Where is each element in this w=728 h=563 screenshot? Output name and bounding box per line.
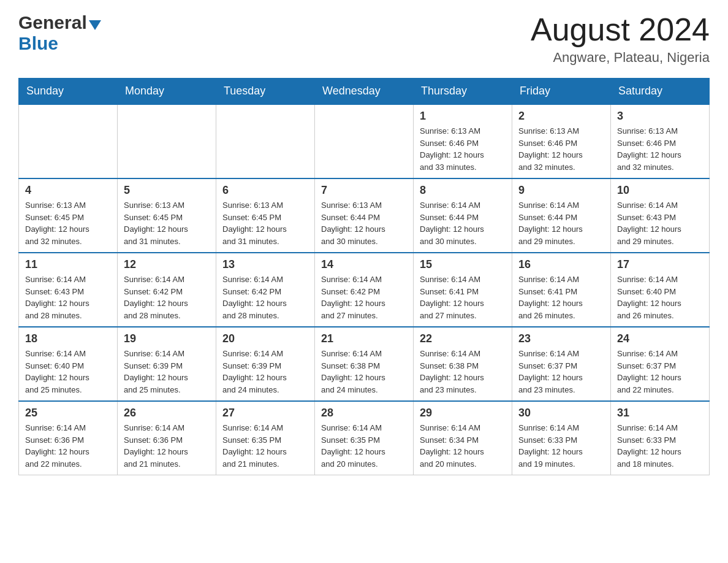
calendar-cell: 26Sunrise: 6:14 AMSunset: 6:36 PMDayligh… [118,401,216,475]
day-number: 6 [222,184,308,197]
day-info: Sunrise: 6:14 AMSunset: 6:34 PMDaylight:… [420,422,506,470]
calendar-day-header: Saturday [611,79,710,105]
day-info: Sunrise: 6:14 AMSunset: 6:41 PMDaylight:… [518,274,604,321]
day-info: Sunrise: 6:14 AMSunset: 6:33 PMDaylight:… [518,422,604,470]
day-info: Sunrise: 6:14 AMSunset: 6:36 PMDaylight:… [124,422,210,470]
day-number: 14 [321,258,407,271]
calendar-cell: 31Sunrise: 6:14 AMSunset: 6:33 PMDayligh… [611,401,710,475]
page-header: General Blue August 2024 Angware, Platea… [18,12,710,66]
day-number: 29 [420,407,506,419]
calendar-cell: 12Sunrise: 6:14 AMSunset: 6:42 PMDayligh… [118,253,216,327]
day-number: 7 [321,184,407,197]
location-text: Angware, Plateau, Nigeria [531,50,710,66]
day-info: Sunrise: 6:14 AMSunset: 6:44 PMDaylight:… [518,199,604,247]
calendar-cell [216,104,315,178]
day-number: 13 [222,258,308,271]
week-row: 25Sunrise: 6:14 AMSunset: 6:36 PMDayligh… [19,401,710,475]
day-info: Sunrise: 6:14 AMSunset: 6:37 PMDaylight:… [518,348,604,396]
calendar-cell [19,104,118,178]
calendar-cell: 29Sunrise: 6:14 AMSunset: 6:34 PMDayligh… [414,401,512,475]
calendar-cell: 13Sunrise: 6:14 AMSunset: 6:42 PMDayligh… [216,253,315,327]
day-info: Sunrise: 6:14 AMSunset: 6:38 PMDaylight:… [420,348,506,396]
logo-blue-text: Blue [18,33,58,53]
calendar-day-header: Monday [118,79,216,105]
day-info: Sunrise: 6:14 AMSunset: 6:39 PMDaylight:… [124,348,210,396]
day-info: Sunrise: 6:14 AMSunset: 6:37 PMDaylight:… [617,348,703,396]
calendar-cell: 18Sunrise: 6:14 AMSunset: 6:40 PMDayligh… [19,327,118,401]
day-number: 2 [518,110,604,123]
calendar-header-row: SundayMondayTuesdayWednesdayThursdayFrid… [19,79,710,105]
calendar-cell: 30Sunrise: 6:14 AMSunset: 6:33 PMDayligh… [512,401,611,475]
logo-general-text: General [18,12,87,33]
day-info: Sunrise: 6:14 AMSunset: 6:42 PMDaylight:… [321,274,407,321]
calendar-cell: 5Sunrise: 6:13 AMSunset: 6:45 PMDaylight… [118,178,216,253]
calendar-cell: 21Sunrise: 6:14 AMSunset: 6:38 PMDayligh… [315,327,414,401]
calendar-cell: 28Sunrise: 6:14 AMSunset: 6:35 PMDayligh… [315,401,414,475]
day-number: 23 [518,332,604,345]
calendar-cell: 24Sunrise: 6:14 AMSunset: 6:37 PMDayligh… [611,327,710,401]
day-info: Sunrise: 6:14 AMSunset: 6:33 PMDaylight:… [617,422,703,470]
day-number: 16 [518,258,604,271]
day-number: 5 [124,184,210,197]
day-number: 26 [124,407,210,419]
title-section: August 2024 Angware, Plateau, Nigeria [531,12,710,66]
day-info: Sunrise: 6:14 AMSunset: 6:38 PMDaylight:… [321,348,407,396]
day-number: 19 [124,332,210,345]
day-number: 20 [222,332,308,345]
month-title: August 2024 [531,12,710,47]
calendar-cell: 25Sunrise: 6:14 AMSunset: 6:36 PMDayligh… [19,401,118,475]
calendar-cell [118,104,216,178]
day-number: 25 [25,407,111,419]
day-number: 22 [420,332,506,345]
day-info: Sunrise: 6:14 AMSunset: 6:41 PMDaylight:… [420,274,506,321]
day-number: 11 [25,258,111,271]
day-info: Sunrise: 6:13 AMSunset: 6:46 PMDaylight:… [617,125,703,173]
calendar-day-header: Wednesday [315,79,414,105]
day-info: Sunrise: 6:14 AMSunset: 6:43 PMDaylight:… [617,199,703,247]
day-number: 3 [617,110,703,123]
day-number: 18 [25,332,111,345]
day-info: Sunrise: 6:14 AMSunset: 6:43 PMDaylight:… [25,274,111,321]
calendar-cell: 4Sunrise: 6:13 AMSunset: 6:45 PMDaylight… [19,178,118,253]
calendar-cell: 1Sunrise: 6:13 AMSunset: 6:46 PMDaylight… [414,104,512,178]
day-number: 8 [420,184,506,197]
day-info: Sunrise: 6:14 AMSunset: 6:39 PMDaylight:… [222,348,308,396]
day-info: Sunrise: 6:13 AMSunset: 6:45 PMDaylight:… [124,199,210,247]
day-info: Sunrise: 6:13 AMSunset: 6:46 PMDaylight:… [420,125,506,173]
day-info: Sunrise: 6:13 AMSunset: 6:46 PMDaylight:… [518,125,604,173]
calendar-cell [315,104,414,178]
calendar-cell: 10Sunrise: 6:14 AMSunset: 6:43 PMDayligh… [611,178,710,253]
calendar-cell: 23Sunrise: 6:14 AMSunset: 6:37 PMDayligh… [512,327,611,401]
day-info: Sunrise: 6:13 AMSunset: 6:45 PMDaylight:… [222,199,308,247]
calendar-day-header: Thursday [414,79,512,105]
day-info: Sunrise: 6:14 AMSunset: 6:35 PMDaylight:… [222,422,308,470]
week-row: 18Sunrise: 6:14 AMSunset: 6:40 PMDayligh… [19,327,710,401]
calendar-day-header: Tuesday [216,79,315,105]
calendar-cell: 17Sunrise: 6:14 AMSunset: 6:40 PMDayligh… [611,253,710,327]
calendar-cell: 7Sunrise: 6:13 AMSunset: 6:44 PMDaylight… [315,178,414,253]
calendar-cell: 9Sunrise: 6:14 AMSunset: 6:44 PMDaylight… [512,178,611,253]
calendar-cell: 8Sunrise: 6:14 AMSunset: 6:44 PMDaylight… [414,178,512,253]
calendar-cell: 19Sunrise: 6:14 AMSunset: 6:39 PMDayligh… [118,327,216,401]
calendar-cell: 2Sunrise: 6:13 AMSunset: 6:46 PMDaylight… [512,104,611,178]
calendar-table: SundayMondayTuesdayWednesdayThursdayFrid… [18,78,710,475]
day-info: Sunrise: 6:14 AMSunset: 6:40 PMDaylight:… [25,348,111,396]
day-number: 12 [124,258,210,271]
calendar-cell: 11Sunrise: 6:14 AMSunset: 6:43 PMDayligh… [19,253,118,327]
day-number: 9 [518,184,604,197]
day-number: 27 [222,407,308,419]
calendar-cell: 16Sunrise: 6:14 AMSunset: 6:41 PMDayligh… [512,253,611,327]
day-number: 15 [420,258,506,271]
day-number: 21 [321,332,407,345]
calendar-cell: 15Sunrise: 6:14 AMSunset: 6:41 PMDayligh… [414,253,512,327]
calendar-cell: 14Sunrise: 6:14 AMSunset: 6:42 PMDayligh… [315,253,414,327]
day-info: Sunrise: 6:14 AMSunset: 6:35 PMDaylight:… [321,422,407,470]
calendar-day-header: Friday [512,79,611,105]
day-info: Sunrise: 6:14 AMSunset: 6:42 PMDaylight:… [222,274,308,321]
week-row: 1Sunrise: 6:13 AMSunset: 6:46 PMDaylight… [19,104,710,178]
day-number: 1 [420,110,506,123]
day-info: Sunrise: 6:14 AMSunset: 6:42 PMDaylight:… [124,274,210,321]
day-number: 4 [25,184,111,197]
calendar-cell: 22Sunrise: 6:14 AMSunset: 6:38 PMDayligh… [414,327,512,401]
logo: General Blue [18,12,101,54]
